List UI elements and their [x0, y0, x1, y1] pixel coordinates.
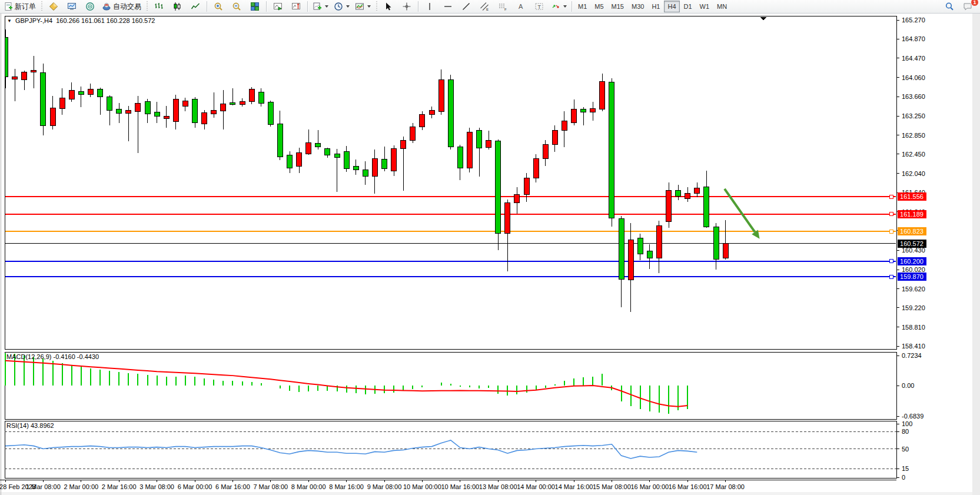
timeframe-w1-button[interactable]: W1 [696, 1, 713, 12]
candle-body [628, 240, 633, 280]
candle-body [249, 89, 254, 101]
candle-body [647, 251, 652, 258]
line-chart-mode-button[interactable] [187, 0, 204, 13]
candle-body [41, 73, 46, 126]
arrows-shapes-icon [551, 2, 560, 11]
price-tick-label: 164.470 [902, 55, 925, 62]
candle-body [581, 109, 586, 112]
candle-body [202, 113, 207, 124]
price-tick-label: 159.220 [902, 304, 925, 311]
chevron-down-icon [346, 5, 350, 8]
candle-body [240, 102, 245, 104]
channel-tool-button[interactable]: E [476, 0, 493, 13]
crosshair-tool-button[interactable] [398, 0, 416, 13]
price-tick-label: 162.040 [902, 170, 925, 177]
vertical-line-tool-button[interactable] [421, 0, 438, 13]
navigator-button[interactable] [81, 0, 99, 13]
timeframe-mn-button[interactable]: MN [713, 1, 730, 12]
fibonacci-tool-button[interactable]: F [494, 0, 511, 13]
candle-body [353, 166, 358, 170]
search-button[interactable] [941, 0, 958, 13]
timeframe-h1-button[interactable]: H1 [648, 1, 663, 12]
autotrading-button[interactable]: 自动交易 [99, 0, 144, 13]
timeframe-h4-button[interactable]: H4 [664, 1, 679, 12]
candle-body [306, 142, 311, 154]
timeframe-d1-button[interactable]: D1 [680, 1, 696, 12]
template-button[interactable] [353, 0, 373, 13]
line-chart-icon [191, 2, 200, 11]
candle-body [704, 187, 709, 227]
candle-body [533, 159, 539, 178]
candle-body [505, 202, 510, 234]
tile-windows-button[interactable] [246, 0, 264, 13]
svg-text:A: A [519, 3, 523, 10]
price-tick-label: 165.270 [902, 16, 925, 24]
price-tick-label: 159.620 [902, 285, 925, 293]
text-tool-button[interactable]: A [512, 0, 530, 13]
svg-text:E: E [486, 8, 489, 11]
period-button[interactable] [331, 0, 352, 13]
cursor-tool-button[interactable] [380, 0, 397, 13]
zoom-in-button[interactable] [210, 0, 227, 13]
candle-body [723, 244, 728, 258]
price-tick-label: 160.020 [902, 266, 925, 273]
chart-area[interactable]: 165.270164.870164.470164.060163.660163.2… [0, 14, 980, 495]
notifications-button[interactable]: 1 [959, 0, 976, 13]
shapes-tool-button[interactable] [549, 0, 569, 13]
zoom-out-button[interactable] [228, 0, 245, 13]
date-label: 10 Mar 16:00 [441, 483, 479, 490]
data-window-button[interactable] [63, 0, 81, 13]
rsi-axis-label: 15 [902, 465, 909, 472]
line-anchor-160.823[interactable] [889, 230, 893, 233]
price-pane[interactable] [5, 16, 896, 349]
line-anchor-159.870[interactable] [889, 275, 893, 278]
vertical-line-icon [425, 2, 434, 11]
chart-shift-button[interactable] [287, 0, 305, 13]
chart-title: ▼GBPJPY-,H4 160.266 161.061 160.228 160.… [7, 17, 155, 24]
text-icon: A [516, 2, 526, 11]
candle-body [126, 111, 131, 114]
candle-body [391, 148, 397, 171]
date-label: 7 Mar 08:00 [253, 483, 288, 490]
rsi-axis-label: 100 [902, 420, 912, 427]
toolbar-separator [418, 1, 418, 12]
candle-body [182, 101, 188, 106]
equidistant-channel-icon: E [480, 2, 489, 11]
auto-scroll-icon [273, 2, 283, 11]
new-order-button[interactable]: 新订单 [1, 0, 38, 13]
zoom-out-icon [232, 2, 241, 11]
timeframe-m30-button[interactable]: M30 [628, 1, 647, 12]
timeframe-m1-button[interactable]: M1 [574, 1, 590, 12]
bar-chart-mode-button[interactable] [150, 0, 168, 13]
rsi-axis-label: 0 [902, 474, 905, 481]
one-click-trading-arrow-icon[interactable]: ▼ [7, 18, 12, 24]
label-tool-button[interactable]: T [530, 0, 548, 13]
candle-body [363, 170, 368, 177]
rsi-name: RSI(14) [6, 422, 29, 429]
trendline-tool-button[interactable] [457, 0, 475, 13]
date-label: 10 Mar 00:00 [403, 483, 441, 490]
new-chart-icon [313, 2, 322, 11]
date-label: 17 Mar 08:00 [706, 483, 745, 490]
candle-body [382, 160, 387, 169]
chart-canvas[interactable]: 165.270164.870164.470164.060163.660163.2… [0, 14, 980, 495]
line-anchor-161.556[interactable] [889, 195, 893, 198]
candle-body [59, 98, 65, 109]
price-tick-label: 163.660 [902, 93, 925, 100]
candle-body [666, 190, 672, 221]
rsi-pane[interactable] [5, 421, 896, 478]
auto-scroll-button[interactable] [269, 0, 287, 13]
horizontal-line-tool-button[interactable] [439, 0, 457, 13]
candle-body [145, 102, 150, 114]
line-anchor-161.189[interactable] [889, 212, 893, 216]
candlestick-icon [172, 2, 182, 11]
market-watch-button[interactable] [45, 0, 62, 13]
chart-ohlc-values: 160.266 161.061 160.228 160.572 [56, 17, 155, 24]
timeframe-m15-button[interactable]: M15 [608, 1, 627, 12]
line-anchor-160.200[interactable] [889, 260, 893, 263]
timeframe-m5-button[interactable]: M5 [591, 1, 607, 12]
new-chart-button[interactable] [310, 0, 331, 13]
candle-body [609, 82, 614, 218]
candle-body [287, 155, 293, 168]
candlestick-mode-button[interactable] [168, 0, 186, 13]
